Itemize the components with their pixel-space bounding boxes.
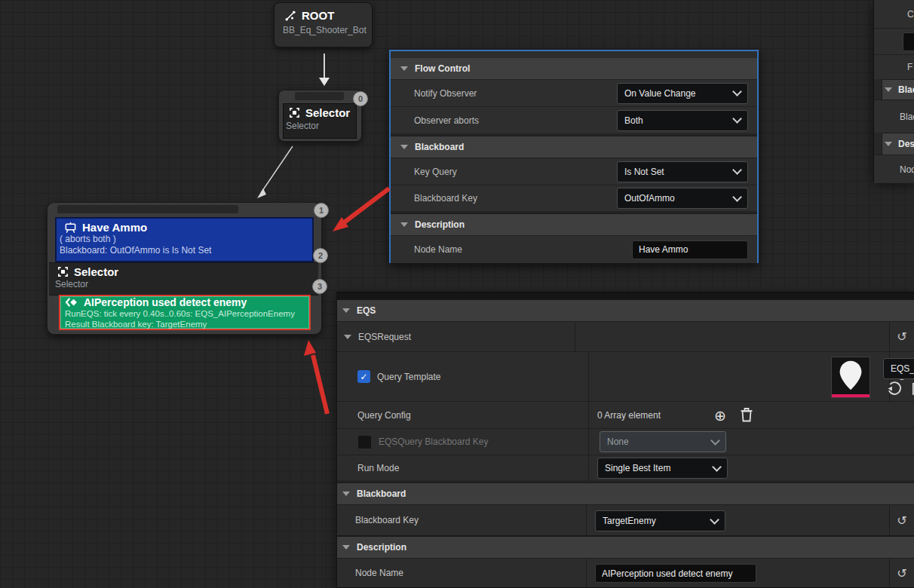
service-result-text: Result Blackboard key: TargetEnemy xyxy=(60,319,309,329)
selector-index-badge: 0 xyxy=(353,91,368,106)
eqs-query-blackboard-key-checkbox[interactable] xyxy=(357,435,372,449)
blackboard-decorator-icon xyxy=(64,222,77,234)
selector-node-in-pin[interactable] xyxy=(295,92,344,100)
blackboard-key-label: Blackboard Key xyxy=(355,515,419,525)
chevron-down-icon xyxy=(732,87,742,96)
run-mode-label: Run Mode xyxy=(357,463,399,473)
triangle-down-icon xyxy=(400,66,408,71)
truncated-row-label: F xyxy=(907,62,912,72)
eqs-pin-icon xyxy=(833,358,869,393)
blackboard-key-dropdown[interactable]: OutOfAmmo xyxy=(617,188,748,209)
blackboard-section-header[interactable]: Blackboard xyxy=(391,136,757,158)
run-eqs-icon xyxy=(65,297,78,308)
delete-array-icon[interactable] xyxy=(740,407,753,422)
query-template-value: EQS_AIPerceptionEnemy xyxy=(891,363,914,374)
triangle-down-icon xyxy=(342,308,350,313)
selector2-node-body[interactable]: Selector Selector xyxy=(49,262,318,296)
root-node-subtitle: BB_Eq_Shooter_Bot xyxy=(275,22,372,35)
selector2-subtitle: Selector xyxy=(49,278,318,289)
stack-badge-2: 2 xyxy=(313,248,328,263)
node-name-input[interactable] xyxy=(595,564,756,583)
selector-brackets-icon xyxy=(289,107,300,118)
decorator-title: Have Ammo xyxy=(82,221,147,234)
eqs-query-blackboard-key-dropdown: None xyxy=(600,431,726,452)
selector-node[interactable]: Selector Selector 0 xyxy=(278,90,362,142)
blackboard-key-label: Blackboard Key xyxy=(391,193,477,204)
service-title: AIPerception used detect enemy xyxy=(84,296,247,308)
blackboard-key-label-fragment: Blac xyxy=(900,112,914,122)
triangle-down-icon xyxy=(342,492,350,496)
stack-badge-1: 1 xyxy=(314,203,329,218)
blackboard-key-value: TargetEnemy xyxy=(603,516,656,526)
flow-control-header-label: Flow Control xyxy=(415,63,470,74)
aiperception-service-node[interactable]: AIPerception used detect enemy RunEQS: t… xyxy=(59,295,311,330)
observer-aborts-value: Both xyxy=(624,115,643,126)
triangle-down-icon[interactable] xyxy=(344,335,351,339)
description-section-header[interactable]: Description xyxy=(391,213,757,235)
root-node-title: ROOT xyxy=(302,9,334,22)
chevron-down-icon xyxy=(712,462,722,472)
description-header-label: Description xyxy=(415,219,465,230)
stack-in-pin[interactable] xyxy=(57,205,238,213)
chevron-down-icon xyxy=(732,192,742,202)
add-array-element-icon[interactable]: ⊕ xyxy=(714,407,726,424)
eqs-request-label: EQSRequest xyxy=(358,332,411,342)
service-details-panel: EQS EQSRequest ↺ ✓ Query Template xyxy=(336,292,914,588)
use-selected-asset-icon[interactable] xyxy=(886,381,902,397)
reset-to-default-icon[interactable]: ↺ xyxy=(889,505,914,535)
key-query-dropdown[interactable]: Is Not Set xyxy=(617,161,748,182)
truncated-row-label: C xyxy=(907,9,914,20)
blackboard-header-label: Blackboard xyxy=(415,142,464,152)
root-node[interactable]: ROOT BB_Eq_Shooter_Bot xyxy=(274,2,373,47)
blackboard-section-header[interactable]: Blackboard xyxy=(337,482,914,504)
chevron-down-icon xyxy=(732,165,742,175)
right-details-panel-cutoff: C F Blac Blac Des Nod xyxy=(873,0,914,181)
notify-observer-label: Notify Observer xyxy=(391,88,477,99)
root-graph-icon xyxy=(284,10,296,22)
triangle-down-icon xyxy=(400,145,408,149)
query-template-dropdown[interactable]: EQS_AIPerceptionEnemy xyxy=(883,358,914,379)
node-name-label-fragment: Nod xyxy=(900,164,914,175)
truncated-input-field[interactable] xyxy=(903,32,914,51)
stack-badge-3: 3 xyxy=(312,279,327,294)
description-header-fragment: Des xyxy=(898,139,914,149)
observer-aborts-label: Observer aborts xyxy=(391,115,479,126)
run-mode-value: Single Best Item xyxy=(605,463,670,473)
reset-to-default-icon[interactable]: ↺ xyxy=(889,322,914,351)
eqs-query-blackboard-key-value: None xyxy=(607,436,629,447)
eqs-header-label: EQS xyxy=(357,305,376,316)
flow-control-section-header[interactable]: Flow Control xyxy=(391,58,757,79)
observer-aborts-dropdown[interactable]: Both xyxy=(617,110,748,131)
query-template-thumbnail[interactable] xyxy=(831,357,870,398)
key-query-label: Key Query xyxy=(391,167,457,177)
node-name-label: Node Name xyxy=(391,244,462,255)
eqs-section-header[interactable]: EQS xyxy=(337,299,914,321)
node-name-input[interactable] xyxy=(632,240,748,259)
have-ammo-decorator-node[interactable]: Have Ammo ( aborts both ) Blackboard: Ou… xyxy=(55,217,314,262)
query-config-label: Query Config xyxy=(357,410,411,421)
selector2-node-stack[interactable]: Have Ammo ( aborts both ) Blackboard: Ou… xyxy=(47,202,322,335)
chevron-down-icon xyxy=(710,436,720,446)
service-runeqs-text: RunEQS: tick every 0.40s..0.60s: EQS_AIP… xyxy=(60,308,309,319)
query-config-count: 0 Array element xyxy=(597,410,661,421)
triangle-down-icon xyxy=(342,545,350,550)
triangle-down-icon xyxy=(885,87,892,92)
decorator-blackboard-text: Blackboard: OutOfAmmo is Is Not Set xyxy=(57,245,312,256)
behavior-tree-editor: ROOT BB_Eq_Shooter_Bot Selector Selector… xyxy=(0,0,914,588)
selector-node-title: Selector xyxy=(305,106,350,119)
query-template-checkbox[interactable]: ✓ xyxy=(357,370,370,383)
triangle-down-icon xyxy=(400,222,408,227)
node-name-label: Node Name xyxy=(355,568,403,578)
notify-observer-dropdown[interactable]: On Value Change xyxy=(617,83,748,104)
triangle-down-icon xyxy=(885,142,892,146)
blackboard-header-label: Blackboard xyxy=(357,488,406,499)
blackboard-key-dropdown[interactable]: TargetEnemy xyxy=(595,510,725,531)
reset-to-default-icon[interactable]: ↺ xyxy=(889,559,914,587)
notify-observer-value: On Value Change xyxy=(624,88,696,99)
decorator-details-panel: Flow Control Notify Observer On Value Ch… xyxy=(389,50,759,263)
blackboard-header-fragment: Blac xyxy=(898,84,914,95)
description-section-header[interactable]: Description xyxy=(337,536,914,558)
run-mode-dropdown[interactable]: Single Best Item xyxy=(597,458,728,479)
decorator-aborts-text: ( aborts both ) xyxy=(57,234,312,245)
selector-brackets-icon xyxy=(57,266,69,277)
